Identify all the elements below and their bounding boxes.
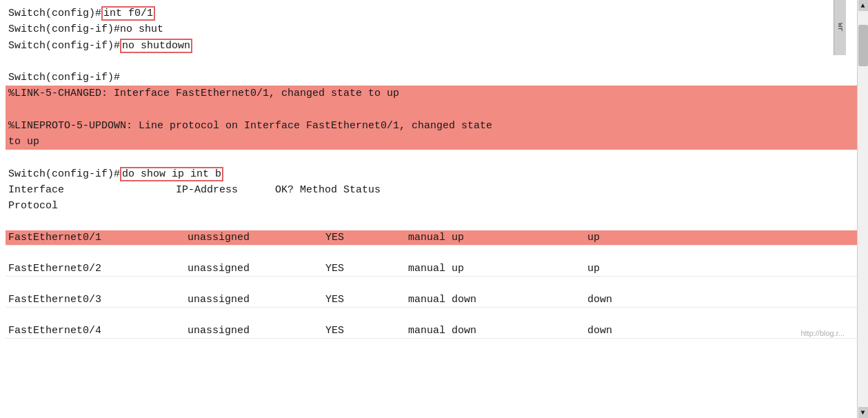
fe04-method: manual down [408,325,518,337]
line-empty-3 [6,214,857,230]
line-show-cmd: Switch(config-if)#do show ip int b [6,166,857,182]
fe01-ip: unassigned [188,232,325,243]
table-row-fe02: FastEthernet0/2 unassigned YES manual up… [6,261,857,277]
fe03-ip: unassigned [188,294,325,306]
command-box-1: int f0/1 [101,6,155,21]
text-2: Switch(config-if)#no shut [8,23,163,35]
line-empty-4 [6,246,857,261]
fe02-protocol: up [587,263,643,275]
command-box-3: no shutdown [120,39,192,53]
fe01-protocol: up [587,232,643,243]
prompt-show: Switch(config-if)# [8,168,120,180]
prompt-3: Switch(config-if)# [8,40,120,52]
line-lineproto: %LINEPROTO-5-UPDOWN: Line protocol on In… [6,118,857,134]
side-tab[interactable]: wr [834,0,846,55]
line-link-changed: %LINK-5-CHANGED: Interface FastEthernet0… [6,86,857,101]
scrollbar-arrow-down[interactable]: ▼ [858,407,868,418]
text-to-up: to up [8,136,39,148]
fe03-interface: FastEthernet0/3 [8,294,188,306]
line-5: Switch(config-if)# [6,70,857,86]
fe01-status [518,232,587,243]
fe03-protocol: down [587,294,643,306]
fe02-ip: unassigned [188,263,325,275]
line-to-up: to up [6,134,857,150]
line-1: Switch(config)#int f0/1 [6,6,857,21]
header-text-2: Protocol [8,200,58,212]
terminal-main: Switch(config)#int f0/1 Switch(config-if… [0,0,857,418]
line-empty-highlight [6,102,857,118]
fe01-ok: YES [325,232,408,243]
fe03-status [518,294,587,306]
table-header-1: Interface IP-Address OK? Method Status [6,182,857,198]
fe01-interface: FastEthernet0/1 [8,232,188,243]
content-area: Switch(config)#int f0/1 Switch(config-if… [6,6,857,339]
line-empty-5 [6,277,857,292]
fe03-ok: YES [325,294,408,306]
line-3: Switch(config-if)#no shutdown [6,38,857,54]
table-row-fe04: FastEthernet0/4 unassigned YES manual do… [6,324,857,339]
fe03-method: manual down [408,294,518,306]
scrollbar-arrow-up[interactable]: ▲ [858,0,868,11]
table-row-fe03: FastEthernet0/3 unassigned YES manual do… [6,292,857,308]
scrollbar[interactable]: ▲ ▼ [857,0,868,418]
line-2: Switch(config-if)#no shut [6,21,857,37]
table-header-2: Protocol [6,198,857,214]
fe01-method: manual up [408,232,518,243]
fe02-interface: FastEthernet0/2 [8,263,188,275]
text-link-changed: %LINK-5-CHANGED: Interface FastEthernet0… [8,88,399,99]
fe02-status [518,263,587,275]
text-lineproto: %LINEPROTO-5-UPDOWN: Line protocol on In… [8,120,492,132]
fe04-ok: YES [325,325,408,337]
fe04-ip: unassigned [188,325,325,337]
url-watermark: http://blog.r... [800,329,845,337]
terminal-wrapper: Switch(config)#int f0/1 Switch(config-if… [0,0,868,418]
table-row-fe01: FastEthernet0/1 unassigned YES manual up… [6,230,857,246]
command-box-show: do show ip int b [120,167,223,181]
fe04-protocol: down [587,325,643,337]
text-5: Switch(config-if)# [8,72,120,83]
fe04-interface: FastEthernet0/4 [8,325,188,337]
line-empty-2 [6,150,857,166]
header-text-1: Interface IP-Address OK? Method Status [8,184,381,196]
prompt-1: Switch(config)# [8,8,101,19]
fe02-ok: YES [325,263,408,275]
line-empty-1 [6,54,857,70]
fe04-status [518,325,587,337]
fe02-method: manual up [408,263,518,275]
line-empty-6 [6,308,857,324]
scrollbar-thumb[interactable] [858,25,868,66]
